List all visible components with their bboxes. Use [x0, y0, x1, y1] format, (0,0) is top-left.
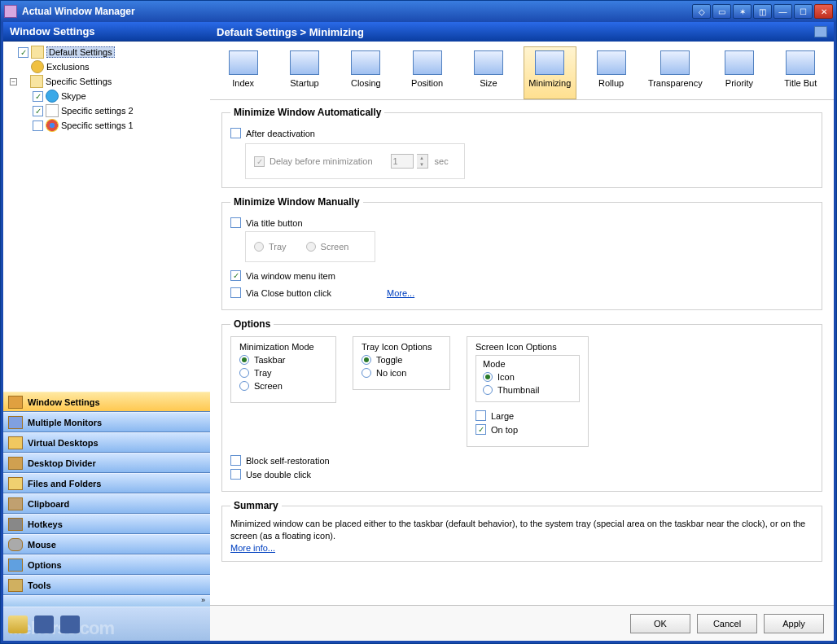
- minimize-button[interactable]: —: [773, 4, 792, 19]
- label-tray-mode: Tray: [254, 368, 272, 378]
- mouse-icon: [8, 538, 23, 551]
- clipboard-icon: [8, 497, 23, 510]
- maximize-button[interactable]: ☐: [794, 4, 813, 19]
- nav-virtual-desktops[interactable]: Virtual Desktops: [3, 432, 210, 453]
- keyboard-icon: [8, 518, 23, 531]
- label-via-title: Via title button: [246, 218, 303, 228]
- checkbox-block-self-restoration[interactable]: [230, 455, 241, 466]
- radio-taskbar[interactable]: [239, 355, 249, 365]
- checkbox-icon[interactable]: ✓: [18, 47, 28, 58]
- footer-icon-2[interactable]: [34, 616, 54, 633]
- tree-label: Default Settings: [46, 46, 115, 58]
- tree-specific-1[interactable]: Specific settings 1: [7, 118, 207, 133]
- tree-label: Skype: [61, 91, 86, 101]
- radio-thumbnail[interactable]: [483, 385, 493, 395]
- nav-options[interactable]: Options: [3, 554, 210, 575]
- app-icon: [4, 5, 17, 18]
- checkbox-after-deactivation[interactable]: [230, 128, 241, 138]
- label-screen-mode: Screen: [254, 381, 283, 391]
- titlebar-extra-1[interactable]: ◇: [692, 4, 711, 19]
- checkbox-icon[interactable]: [33, 120, 43, 131]
- nav-tools[interactable]: Tools: [3, 575, 210, 595]
- help-button[interactable]: [8, 616, 28, 633]
- ok-button[interactable]: OK: [630, 614, 690, 633]
- tab-size[interactable]: Size: [462, 46, 515, 99]
- label-mmode: Minimization Mode: [239, 342, 327, 352]
- checkbox-via-title[interactable]: [230, 217, 241, 228]
- tab-index[interactable]: Index: [217, 46, 270, 99]
- radio-icon[interactable]: [483, 372, 493, 382]
- titlebar-extra-2[interactable]: ▭: [712, 4, 731, 19]
- nav-desktop-divider[interactable]: Desktop Divider: [3, 453, 210, 473]
- close-button[interactable]: ✕: [814, 4, 833, 19]
- link-more-info[interactable]: More info...: [230, 543, 275, 553]
- tree-skype[interactable]: ✓ Skype: [7, 89, 207, 103]
- radio-toggle[interactable]: [362, 355, 371, 365]
- tree-default-settings[interactable]: ✓ Default Settings: [7, 45, 207, 59]
- apply-button[interactable]: Apply: [764, 614, 824, 633]
- spinner-buttons: ▲▼: [417, 154, 428, 169]
- label-taskbar: Taskbar: [254, 355, 286, 365]
- checkbox-via-close[interactable]: [230, 287, 241, 298]
- label-after-deactivation: After deactivation: [246, 129, 315, 138]
- label-via-close: Via Close button click: [246, 288, 331, 298]
- breadcrumb: Default Settings > Minimizing: [217, 26, 814, 38]
- cancel-button[interactable]: Cancel: [697, 614, 757, 633]
- nav-mouse[interactable]: Mouse: [3, 534, 210, 554]
- tab-title-buttons[interactable]: Title But: [774, 46, 827, 99]
- radio-screen-mode[interactable]: [239, 381, 249, 391]
- nav-clipboard[interactable]: Clipboard: [3, 493, 210, 514]
- settings-tree[interactable]: ✓ Default Settings Exclusions − Specific…: [3, 42, 210, 392]
- nav-hotkeys[interactable]: Hotkeys: [3, 514, 210, 534]
- tab-transparency[interactable]: Transparency: [646, 46, 704, 99]
- titlebar[interactable]: Actual Window Manager ◇ ▭ ✶ ◫ — ☐ ✕: [1, 1, 836, 22]
- folder-icon: [31, 46, 44, 59]
- checkbox-via-menu[interactable]: ✓: [230, 270, 241, 281]
- tab-startup[interactable]: Startup: [278, 46, 331, 99]
- label-ticon: Tray Icon Options: [362, 342, 441, 352]
- checkbox-large[interactable]: [475, 410, 486, 421]
- label-via-menu: Via window menu item: [246, 271, 335, 281]
- group-minimization-mode: Minimization Mode Taskbar Tray Screen: [230, 336, 336, 403]
- group-auto-minimize: Minimize Window Automatically After deac…: [221, 107, 822, 188]
- tab-position[interactable]: Position: [401, 46, 454, 99]
- titlebar-extra-3[interactable]: ✶: [733, 4, 752, 19]
- tab-minimizing[interactable]: Minimizing: [524, 46, 576, 99]
- titlebar-extra-4[interactable]: ◫: [753, 4, 772, 19]
- windows-icon: [8, 396, 23, 409]
- sidebar-header: Window Settings: [3, 22, 210, 42]
- tree-specific-2[interactable]: ✓ Specific settings 2: [7, 103, 207, 118]
- link-more[interactable]: More...: [387, 288, 414, 298]
- app-window: Actual Window Manager ◇ ▭ ✶ ◫ — ☐ ✕ Wind…: [0, 0, 837, 644]
- tools-icon: [8, 579, 23, 592]
- tab-rollup[interactable]: Rollup: [585, 46, 638, 99]
- sidebar: Window Settings ✓ Default Settings Exclu…: [3, 22, 210, 641]
- nav-window-settings[interactable]: Window Settings: [3, 392, 210, 412]
- exclusions-icon: [31, 60, 44, 73]
- label-toggle: Toggle: [376, 355, 402, 365]
- tree-label: Exclusions: [46, 62, 90, 72]
- tree-exclusions[interactable]: Exclusions: [7, 59, 207, 74]
- radio-tray-mode[interactable]: [239, 368, 249, 378]
- nav-expand[interactable]: »: [3, 595, 210, 607]
- label-block: Block self-restoration: [246, 456, 330, 466]
- checkbox-icon[interactable]: ✓: [33, 91, 43, 102]
- checkbox-ontop[interactable]: ✓: [475, 424, 486, 435]
- label-manual-tray: Tray: [269, 242, 287, 252]
- checkbox-icon[interactable]: ✓: [33, 106, 43, 116]
- tree-specific-settings[interactable]: − Specific Settings: [7, 74, 207, 89]
- checkbox-use-double-click[interactable]: [230, 469, 241, 480]
- footer-icon-3[interactable]: [60, 616, 80, 633]
- copy-settings-icon[interactable]: [814, 26, 827, 37]
- divider-icon: [8, 457, 23, 470]
- size-icon: [474, 50, 503, 75]
- tab-priority[interactable]: Priority: [712, 46, 765, 99]
- nav-multiple-monitors[interactable]: Multiple Monitors: [3, 412, 210, 432]
- radio-no-icon[interactable]: [362, 368, 371, 378]
- minimizing-icon: [535, 50, 564, 75]
- tab-closing[interactable]: Closing: [340, 46, 392, 99]
- collapse-icon[interactable]: −: [10, 78, 17, 85]
- title-buttons-icon: [786, 50, 815, 75]
- nav-files-folders[interactable]: Files and Folders: [3, 473, 210, 493]
- priority-icon: [725, 50, 754, 75]
